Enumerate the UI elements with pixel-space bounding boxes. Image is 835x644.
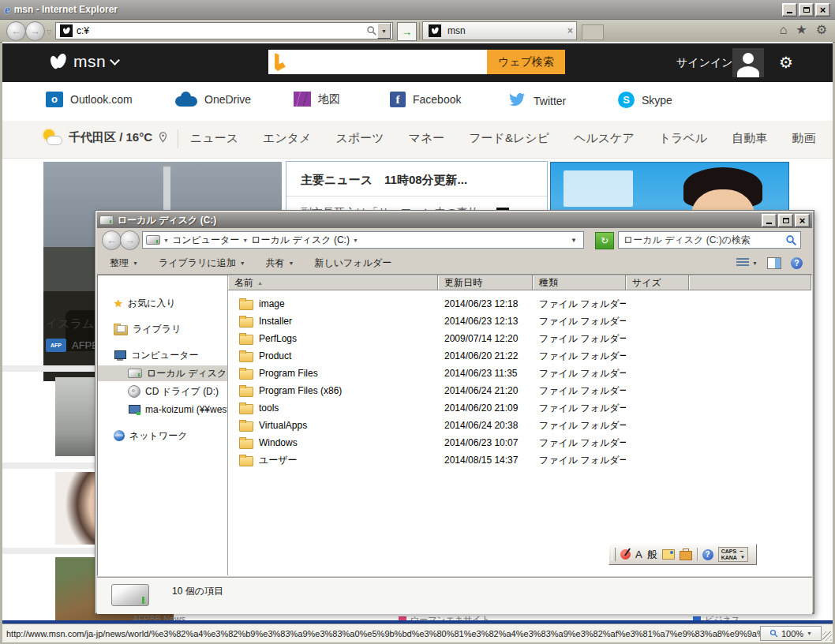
- table-row[interactable]: tools2014/06/20 21:09ファイル フォルダー: [228, 399, 811, 417]
- refresh-button[interactable]: ↻: [595, 232, 614, 249]
- ime-alpha-mode[interactable]: A: [635, 549, 642, 560]
- nav-link[interactable]: フード&レシピ: [469, 131, 549, 146]
- nav-link[interactable]: マネー: [409, 131, 445, 146]
- toolbar-新しいフォルダー[interactable]: 新しいフォルダー: [315, 256, 392, 270]
- forward-button[interactable]: →: [25, 21, 45, 41]
- photo-caption[interactable]: イスラム: [46, 316, 94, 331]
- column-header-サイズ[interactable]: サイズ: [626, 275, 689, 290]
- table-row[interactable]: Product2014/06/20 21:22ファイル フォルダー: [228, 347, 811, 365]
- folder-icon: [239, 352, 253, 362]
- close-button[interactable]: [815, 3, 830, 17]
- favorites-star-icon[interactable]: ★: [796, 23, 807, 37]
- zoom-control[interactable]: 100% ▼: [760, 626, 822, 641]
- toolbar-ライブラリに追加[interactable]: ライブラリに追加▼: [159, 256, 245, 270]
- user-avatar[interactable]: [732, 48, 764, 77]
- sidebar-item[interactable]: ma-koizumi (¥¥west-te: [98, 402, 227, 417]
- maximize-button[interactable]: [799, 3, 814, 17]
- tab-msn[interactable]: msn ×: [422, 21, 577, 40]
- ime-grip[interactable]: [612, 548, 616, 561]
- service-onedrive[interactable]: OneDrive: [175, 92, 251, 107]
- breadcrumb[interactable]: ▼ コンピューター▼ローカル ディスク (C:)▼: [142, 231, 584, 249]
- status-url: http://www.msn.com/ja-jp/news/world/%e3%…: [2, 629, 760, 638]
- table-row[interactable]: Windows2014/06/23 10:07ファイル フォルダー: [228, 434, 811, 451]
- help-icon[interactable]: ?: [791, 257, 803, 269]
- resize-grip[interactable]: [822, 631, 832, 641]
- nav-link[interactable]: 自動車: [732, 131, 767, 146]
- file-modified-cell: 2014/08/15 14:37: [438, 455, 533, 466]
- settings-gear-icon[interactable]: ⚙: [779, 53, 793, 72]
- weather-widget[interactable]: 千代田区 / 16°C: [42, 129, 167, 145]
- search-icon[interactable]: [785, 234, 797, 246]
- recent-pages-chevron-icon[interactable]: ▽: [47, 28, 51, 36]
- ime-conversion-mode[interactable]: 般: [647, 548, 657, 562]
- nav-link[interactable]: エンタメ: [263, 131, 311, 146]
- nav-link[interactable]: 動画: [792, 131, 815, 146]
- home-icon[interactable]: ⌂: [780, 23, 788, 37]
- address-bar[interactable]: ▼: [55, 22, 393, 39]
- go-button[interactable]: →: [397, 22, 417, 41]
- table-row[interactable]: Program Files (x86)2014/06/24 21:20ファイル …: [228, 382, 811, 399]
- back-button[interactable]: ←: [6, 21, 26, 41]
- address-input[interactable]: [75, 24, 366, 37]
- breadcrumb-item[interactable]: ローカル ディスク (C:)▼: [251, 234, 358, 247]
- table-row[interactable]: ユーザー2014/08/15 14:37ファイル フォルダー: [228, 451, 811, 469]
- address-dropdown-icon[interactable]: ▼: [377, 23, 391, 39]
- nav-link[interactable]: トラベル: [659, 131, 707, 146]
- sidebar-item[interactable]: ローカル ディスク (C:): [98, 365, 227, 381]
- explorer-back-button[interactable]: ←: [102, 230, 122, 250]
- ime-language-bar[interactable]: A 般 ? CAPS− KANA▼: [608, 544, 757, 565]
- explorer-close-button[interactable]: [795, 214, 810, 227]
- ime-input-mode-icon[interactable]: [620, 549, 631, 560]
- search-icon[interactable]: [366, 25, 377, 36]
- zoom-level: 100%: [781, 629, 803, 638]
- ime-caps-kana[interactable]: CAPS− KANA▼: [718, 547, 748, 562]
- service-skype[interactable]: Skype: [618, 92, 672, 108]
- nav-link[interactable]: ヘルスケア: [574, 131, 635, 146]
- service-outlook[interactable]: Outlook.com: [46, 92, 133, 107]
- explorer-forward-button[interactable]: →: [120, 230, 140, 250]
- toolbar-整理[interactable]: 整理▼: [110, 256, 138, 270]
- explorer-maximize-button[interactable]: [778, 214, 793, 227]
- msn-logo[interactable]: msn: [47, 51, 118, 72]
- service-twitter[interactable]: Twitter: [507, 92, 566, 110]
- nav-link[interactable]: スポーツ: [335, 131, 384, 146]
- sidebar-item[interactable]: CD ドライブ (D:): [98, 384, 227, 399]
- service-facebook[interactable]: Facebook: [390, 92, 461, 107]
- ime-dictionary-icon[interactable]: [680, 551, 692, 560]
- table-row[interactable]: VirtualApps2014/06/24 20:38ファイル フォルダー: [228, 417, 811, 434]
- ime-tools-icon[interactable]: [662, 549, 675, 560]
- table-row[interactable]: Program Files2014/06/23 11:35ファイル フォルダー: [228, 365, 811, 382]
- signin-link[interactable]: サインイン: [676, 56, 733, 70]
- toolbar-共有[interactable]: 共有▼: [266, 256, 294, 270]
- service-map[interactable]: 地図: [294, 92, 340, 107]
- minimize-button[interactable]: [782, 3, 797, 17]
- preview-pane-icon[interactable]: [767, 257, 781, 269]
- column-header-更新日時[interactable]: 更新日時: [438, 275, 533, 290]
- breadcrumb-item[interactable]: コンピューター▼: [172, 234, 248, 247]
- bing-search-box[interactable]: [268, 50, 487, 74]
- sidebar-item[interactable]: お気に入り: [98, 295, 227, 311]
- explorer-search-input[interactable]: [619, 234, 785, 246]
- table-row[interactable]: Installer2014/06/23 12:13ファイル フォルダー: [228, 313, 811, 330]
- table-row[interactable]: image2014/06/23 12:18ファイル フォルダー: [228, 295, 811, 313]
- nav-link[interactable]: ニュース: [190, 131, 238, 146]
- column-header-種類[interactable]: 種類: [533, 275, 626, 290]
- file-name: tools: [259, 402, 279, 414]
- bing-search-input[interactable]: [291, 49, 487, 75]
- tools-gear-icon[interactable]: ⚙: [816, 23, 827, 37]
- table-row[interactable]: PerfLogs2009/07/14 12:20ファイル フォルダー: [228, 330, 811, 347]
- explorer-search-box[interactable]: [618, 231, 801, 249]
- breadcrumb-label: ローカル ディスク (C:): [251, 234, 350, 247]
- column-header-名前[interactable]: 名前▲: [228, 275, 438, 290]
- sidebar-item[interactable]: コンピューター: [98, 347, 227, 363]
- sidebar-item[interactable]: ライブラリ: [98, 321, 227, 337]
- sidebar-item[interactable]: ネットワーク: [98, 428, 227, 444]
- change-view-button[interactable]: ▼: [736, 258, 758, 268]
- location-pin-icon[interactable]: [159, 132, 167, 143]
- cd-drive-icon: [128, 385, 140, 398]
- tab-close-icon[interactable]: ×: [567, 25, 573, 36]
- explorer-minimize-button[interactable]: [762, 214, 777, 227]
- new-tab-button[interactable]: [582, 24, 604, 40]
- ime-help-icon[interactable]: ?: [702, 549, 713, 560]
- web-search-button[interactable]: ウェブ検索: [487, 50, 565, 74]
